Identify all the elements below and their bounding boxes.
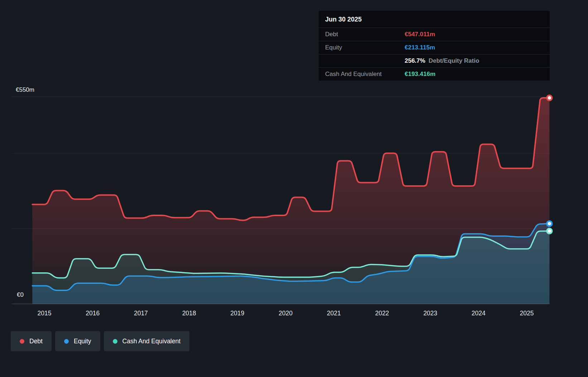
x-axis-label: 2021 bbox=[327, 310, 341, 317]
y-axis-label-min: €0 bbox=[17, 291, 24, 299]
legend: DebtEquityCash And Equivalent bbox=[11, 331, 189, 351]
tooltip-row-cash: Cash And Equivalent €193.416m bbox=[319, 68, 550, 81]
tooltip-ratio-label: Debt/Equity Ratio bbox=[429, 57, 479, 64]
x-axis-label: 2016 bbox=[86, 310, 100, 317]
x-axis-labels: 2015201620172018201920202021202220232024… bbox=[38, 310, 534, 317]
chart-stage: 2015201620172018201920202021202220232024… bbox=[0, 0, 588, 377]
tooltip-equity-label: Equity bbox=[325, 44, 405, 51]
tooltip-row-debt: Debt €547.011m bbox=[319, 28, 550, 41]
tooltip-date: Jun 30 2025 bbox=[319, 11, 550, 28]
x-axis-label: 2022 bbox=[375, 310, 389, 317]
x-axis-label: 2015 bbox=[38, 310, 52, 317]
cash-and-equivalent-dot-icon bbox=[113, 339, 117, 344]
tooltip-row-ratio: 256.7%Debt/Equity Ratio bbox=[319, 54, 550, 68]
legend-item-cash-and-equivalent[interactable]: Cash And Equivalent bbox=[104, 331, 189, 351]
tooltip-ratio-value: 256.7% bbox=[405, 57, 425, 64]
tooltip-ratio: 256.7%Debt/Equity Ratio bbox=[405, 57, 479, 65]
x-axis-label: 2019 bbox=[230, 310, 244, 317]
legend-item-debt[interactable]: Debt bbox=[11, 331, 52, 351]
tooltip-debt-value: €547.011m bbox=[405, 31, 435, 38]
y-axis-label-max: €550m bbox=[16, 86, 34, 94]
tooltip-cash-label: Cash And Equivalent bbox=[325, 71, 405, 78]
endpoint-marker-cash-and-equivalent bbox=[547, 229, 552, 234]
endpoint-marker-equity bbox=[547, 221, 552, 226]
x-axis-label: 2017 bbox=[134, 310, 148, 317]
tooltip: Jun 30 2025 Debt €547.011m Equity €213.1… bbox=[319, 11, 550, 81]
legend-label: Cash And Equivalent bbox=[122, 338, 180, 345]
tooltip-debt-label: Debt bbox=[325, 31, 405, 38]
x-axis-label: 2020 bbox=[279, 310, 293, 317]
x-axis-label: 2025 bbox=[520, 310, 534, 317]
tooltip-cash-value: €193.416m bbox=[405, 71, 435, 78]
x-axis-label: 2018 bbox=[182, 310, 196, 317]
tooltip-equity-value: €213.115m bbox=[405, 44, 435, 51]
x-axis-label: 2023 bbox=[423, 310, 437, 317]
endpoint-marker-debt bbox=[547, 95, 552, 100]
x-axis-label: 2024 bbox=[472, 310, 486, 317]
legend-label: Equity bbox=[74, 338, 91, 345]
equity-dot-icon bbox=[64, 339, 69, 344]
legend-label: Debt bbox=[29, 338, 43, 345]
tooltip-row-equity: Equity €213.115m bbox=[319, 41, 550, 54]
legend-item-equity[interactable]: Equity bbox=[55, 331, 100, 351]
debt-dot-icon bbox=[20, 339, 24, 344]
